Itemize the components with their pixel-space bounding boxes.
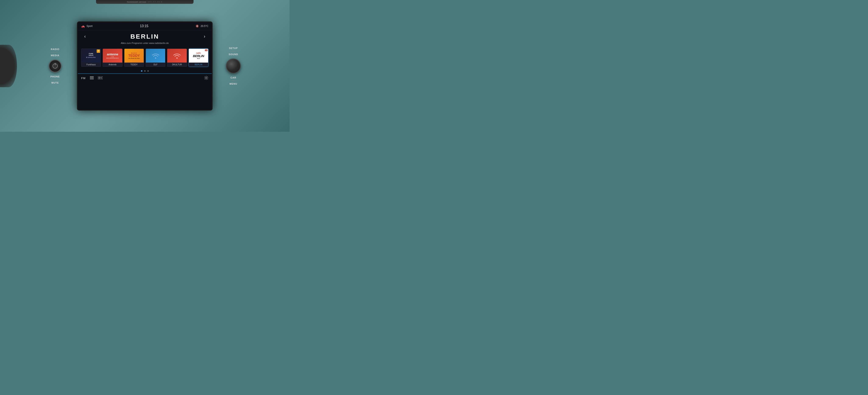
radio-button[interactable]: RADIO (49, 47, 61, 51)
sound-button[interactable]: SOUND (227, 52, 240, 56)
svg-rect-8 (100, 78, 101, 78)
main-content: ‹ BERLIN › Alles zum Programm unter www.… (78, 30, 212, 110)
current-station-name: BERLIN (130, 33, 159, 40)
station-card-berlin[interactable]: radio BERLIN 88,8 rbb BERLIN (189, 49, 208, 67)
svg-rect-6 (99, 77, 99, 79)
right-divider-2 (227, 81, 240, 81)
phone-button[interactable]: PHONE (49, 75, 61, 79)
station-logo-berlin: radio BERLIN 88,8 rbb (189, 49, 208, 63)
station-label-dlf: DLF (153, 63, 158, 66)
power-button[interactable] (49, 60, 61, 72)
status-right: 🔇 20.5°C (196, 25, 208, 28)
menu-button[interactable]: MENU (228, 82, 239, 86)
screen-content: 🚗 Sport 13:15 🔇 20.5°C ‹ BERLIN › Alles … (78, 22, 212, 110)
station-logo-teddy: RADIO TEDDY Das Beste für Kids (124, 49, 144, 63)
left-button-panel: RADIO MEDIA PHONE MUTE (49, 47, 61, 85)
infotainment-screen: 🚗 Sport 13:15 🔇 20.5°C ‹ BERLIN › Alles … (77, 22, 213, 111)
pagination-dot-2[interactable] (144, 70, 146, 72)
svg-rect-2 (90, 76, 94, 77)
svg-point-1 (176, 57, 178, 59)
svg-point-0 (155, 57, 156, 59)
station-cards-container: FUNK HAUS EUROPA 7 Funkhaus antenne (78, 47, 212, 68)
station-url: Alles zum Programm unter www.radioberlin… (78, 42, 212, 47)
drive-mode: Sport (87, 25, 93, 28)
station-label-dkultur: DKULTUR (172, 63, 182, 66)
station-logo-dkultur (167, 49, 187, 63)
pagination-dot-3[interactable] (147, 70, 149, 72)
power-icon (53, 63, 58, 68)
volume-knob[interactable] (226, 59, 241, 74)
radio-band-button[interactable] (98, 76, 102, 80)
station-logo-funkhaus: FUNK HAUS EUROPA 7 (82, 49, 101, 63)
prev-station-button[interactable]: ‹ (82, 34, 88, 39)
status-left: 🚗 Sport (81, 24, 93, 28)
setup-button[interactable]: SETUP (227, 46, 240, 50)
station-label-teddy: TEDDY (130, 63, 138, 66)
dashboard: PASSENGER AIR BAG OFF ✕✕ ON ⊗ RADIO MEDI… (0, 0, 289, 132)
station-card-antenne[interactable]: antenne rbb BRANDENBURG Antennb (102, 49, 122, 67)
station-card-dkultur[interactable]: DKULTUR (167, 49, 187, 67)
station-card-funkhaus[interactable]: FUNK HAUS EUROPA 7 Funkhaus (81, 49, 101, 67)
station-label-funkhaus: Funkhaus (86, 63, 96, 66)
svg-rect-9 (101, 77, 101, 79)
status-bar: 🚗 Sport 13:15 🔇 20.5°C (78, 22, 212, 30)
svg-rect-3 (90, 78, 94, 78)
station-logo-antenne: antenne rbb BRANDENBURG (103, 49, 122, 63)
svg-point-10 (206, 77, 207, 79)
temperature-display: 20.5°C (200, 25, 208, 28)
list-view-button[interactable] (90, 76, 94, 80)
car-button[interactable]: CAR (229, 76, 238, 80)
funkhaus-logo-content: FUNK HAUS EUROPA (86, 53, 96, 58)
clock-display: 13:15 (140, 24, 148, 28)
station-nav-row: ‹ BERLIN › (78, 30, 212, 42)
station-logo-dlf (146, 49, 165, 63)
station-card-dlf[interactable]: DLF (146, 49, 165, 67)
svg-rect-7 (99, 77, 100, 79)
pagination-dot-1[interactable] (141, 70, 143, 72)
volume-icon: 🔇 (196, 25, 199, 28)
station-label-berlin: BERLIN (194, 63, 203, 66)
media-button[interactable]: MEDIA (49, 53, 61, 57)
airbag-status: OFF ✕✕ ON ⊗ (148, 1, 162, 3)
svg-rect-4 (90, 79, 94, 79)
pagination-dots (78, 68, 212, 74)
station-card-teddy[interactable]: RADIO TEDDY Das Beste für Kids TEDDY (124, 49, 144, 67)
airbag-label: PASSENGER AIR BAG (127, 1, 147, 3)
right-button-panel: SETUP SOUND CAR MENU (226, 46, 241, 86)
next-station-button[interactable]: › (202, 34, 208, 39)
car-icon: 🚗 (81, 24, 85, 28)
fm-button[interactable]: FM (81, 77, 86, 80)
settings-button[interactable] (204, 76, 208, 81)
station-label-antenne: Antennb (108, 63, 117, 66)
airbag-bar: PASSENGER AIR BAG OFF ✕✕ ON ⊗ (96, 0, 193, 4)
steering-wheel-area (0, 45, 17, 87)
mute-button[interactable]: MUTE (50, 81, 60, 85)
bottom-toolbar: FM (78, 74, 212, 83)
